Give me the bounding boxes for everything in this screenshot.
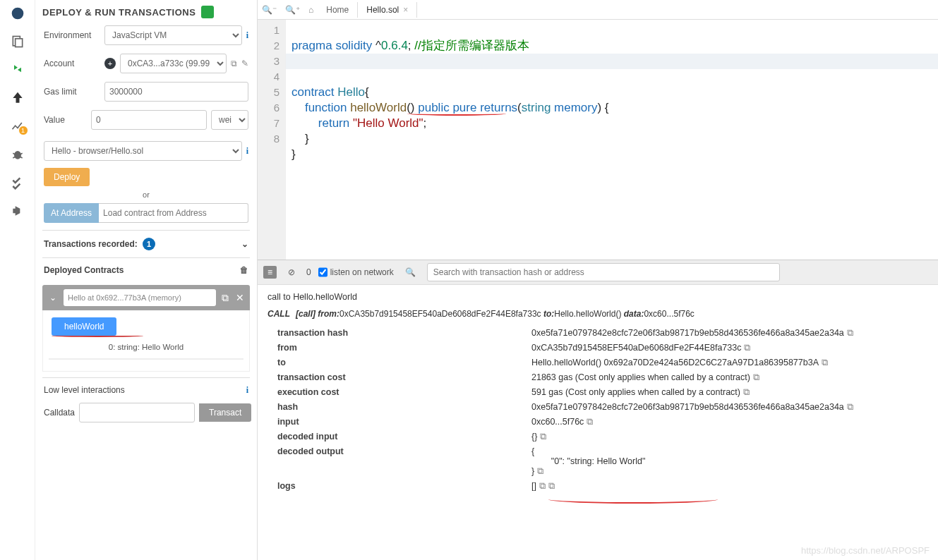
copy-icon[interactable]: ⧉ bbox=[744, 343, 750, 353]
copy-icon[interactable]: ⧉ bbox=[753, 372, 759, 382]
copy-icon[interactable]: ⧉ bbox=[743, 387, 750, 397]
pending-count: 0 bbox=[306, 267, 311, 277]
terminal: ≡ ⊘ 0 listen on network 🔍 call to Hello.… bbox=[258, 260, 938, 560]
add-account-icon[interactable]: + bbox=[104, 58, 116, 69]
copy-icon[interactable]: ⧉ bbox=[537, 466, 543, 476]
contract-collapse-icon[interactable]: ⌄ bbox=[47, 291, 59, 304]
value-label: Value bbox=[44, 115, 87, 125]
analysis-icon[interactable]: 1 bbox=[10, 118, 25, 134]
zoom-out-icon[interactable]: 🔍⁻ bbox=[258, 5, 281, 15]
panel-title: DEPLOY & RUN TRANSACTIONS bbox=[42, 7, 196, 18]
main-area: 🔍⁻ 🔍⁺ ⌂ Home Hello.sol× 12345678 pragma … bbox=[258, 0, 938, 560]
deploy-run-panel: DEPLOY & RUN TRANSACTIONS Environment Ja… bbox=[35, 0, 258, 560]
copy-icon[interactable]: ⧉ bbox=[548, 481, 555, 491]
account-label: Account bbox=[44, 59, 100, 68]
listen-label: listen on network bbox=[330, 267, 394, 277]
deployed-contracts-label: Deployed Contracts bbox=[44, 265, 124, 275]
clear-terminal-icon[interactable]: ⊘ bbox=[284, 266, 299, 279]
remix-logo-icon[interactable] bbox=[10, 6, 25, 21]
edit-account-icon[interactable]: ✎ bbox=[241, 59, 248, 68]
calldata-input[interactable] bbox=[79, 403, 195, 422]
code-area[interactable]: pragma solidity ^0.6.4; //指定所需编译器版本 cont… bbox=[286, 20, 938, 260]
gas-input[interactable] bbox=[104, 82, 248, 102]
value-unit-select[interactable]: wei bbox=[211, 110, 248, 130]
copy-icon[interactable]: ⧉ bbox=[847, 402, 853, 412]
value-input[interactable] bbox=[91, 110, 207, 130]
contract-select[interactable]: Hello - browser/Hello.sol bbox=[44, 141, 242, 161]
tx-recorded-label: Transactions recorded: bbox=[44, 239, 138, 249]
home-icon[interactable]: ⌂ bbox=[304, 5, 318, 15]
env-info-icon[interactable]: i bbox=[246, 30, 248, 41]
file-explorer-icon[interactable] bbox=[10, 34, 25, 49]
svg-point-3 bbox=[14, 151, 21, 159]
tab-home[interactable]: Home bbox=[318, 2, 358, 18]
analysis-badge: 1 bbox=[18, 126, 28, 135]
deployed-contract-name bbox=[64, 289, 216, 306]
contract-info-icon[interactable]: i bbox=[246, 146, 248, 157]
svg-point-0 bbox=[11, 8, 23, 20]
account-select[interactable]: 0xCA3...a733c (99.99 bbox=[120, 54, 227, 73]
lowlevel-label: Low level interactions bbox=[44, 385, 125, 396]
deploy-icon[interactable] bbox=[10, 90, 25, 106]
copy-icon[interactable]: ⧉ bbox=[540, 432, 546, 442]
call-log-line: call to Hello.helloWorld bbox=[267, 292, 928, 309]
copy-icon[interactable]: ⧉ bbox=[539, 481, 546, 491]
calldata-label: Calldata bbox=[44, 408, 75, 418]
call-summary[interactable]: CALL [call] from:0xCA35b7d915458EF540aDe… bbox=[267, 309, 928, 326]
tx-recorded-count: 1 bbox=[143, 238, 155, 250]
deployed-contract-header: ⌄ ⧉ ✕ bbox=[42, 285, 250, 310]
at-address-button[interactable]: At Address bbox=[44, 203, 99, 223]
copy-contract-icon[interactable]: ⧉ bbox=[220, 292, 230, 304]
editor-tabs: 🔍⁻ 🔍⁺ ⌂ Home Hello.sol× bbox=[258, 0, 938, 20]
env-label: Environment bbox=[44, 30, 100, 40]
close-tab-icon[interactable]: × bbox=[403, 5, 408, 15]
or-text: or bbox=[35, 189, 257, 200]
gas-label: Gas limit bbox=[44, 87, 100, 97]
code-editor[interactable]: 12345678 pragma solidity ^0.6.4; //指定所需编… bbox=[258, 20, 938, 260]
terminal-toggle-icon[interactable]: ≡ bbox=[263, 266, 277, 279]
zoom-in-icon[interactable]: 🔍⁺ bbox=[281, 5, 304, 15]
copy-icon[interactable]: ⧉ bbox=[587, 417, 593, 427]
tx-detail-table: transaction hash0xe5fa71e0797842e8cfc72e… bbox=[273, 326, 934, 494]
at-address-input[interactable] bbox=[99, 203, 248, 223]
line-gutter: 12345678 bbox=[258, 20, 286, 260]
icon-sidebar: 1 bbox=[0, 0, 35, 560]
copy-icon[interactable]: ⧉ bbox=[847, 328, 853, 338]
deploy-button[interactable]: Deploy bbox=[44, 168, 90, 186]
transact-button[interactable]: Transact bbox=[199, 403, 251, 422]
test-icon[interactable] bbox=[10, 175, 25, 190]
compiler-icon[interactable] bbox=[10, 62, 25, 78]
plugin-icon[interactable] bbox=[10, 203, 25, 219]
svg-rect-2 bbox=[15, 39, 22, 47]
terminal-search-input[interactable] bbox=[427, 263, 780, 281]
panel-doc-icon[interactable] bbox=[201, 6, 214, 18]
terminal-search-icon[interactable]: 🔍 bbox=[401, 266, 420, 279]
copy-icon[interactable]: ⧉ bbox=[822, 358, 828, 367]
copy-account-icon[interactable]: ⧉ bbox=[231, 59, 237, 68]
trash-icon[interactable]: 🗑 bbox=[240, 265, 248, 275]
debugger-icon[interactable] bbox=[10, 147, 25, 162]
call-return-value: 0: string: Hello World bbox=[49, 341, 243, 355]
listen-checkbox[interactable] bbox=[318, 263, 327, 281]
env-select[interactable]: JavaScript VM bbox=[104, 25, 242, 45]
lowlevel-info-icon[interactable]: i bbox=[246, 385, 248, 396]
tab-hello-sol[interactable]: Hello.sol× bbox=[358, 2, 417, 18]
watermark: https://blog.csdn.net/ARPOSPF bbox=[801, 545, 930, 556]
helloworld-call-button[interactable]: helloWorld bbox=[52, 317, 116, 336]
tx-recorded-expand-icon[interactable]: ⌄ bbox=[241, 239, 248, 249]
close-contract-icon[interactable]: ✕ bbox=[234, 292, 246, 303]
